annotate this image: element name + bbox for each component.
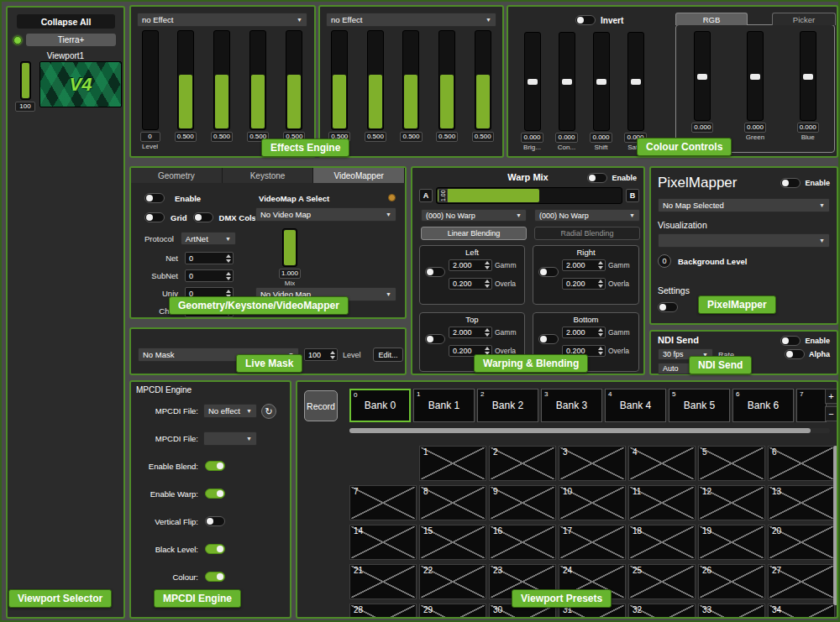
edge-enable-toggle[interactable]	[425, 267, 445, 277]
overlap-stepper[interactable]: 0.200	[562, 278, 606, 290]
level-slider[interactable]	[213, 30, 230, 130]
stepper-down-icon[interactable]	[598, 266, 603, 269]
effect-select-dropdown[interactable]: no Effect ▼	[326, 13, 496, 27]
level-slider[interactable]	[286, 30, 302, 130]
stepper-up-icon[interactable]	[226, 290, 231, 293]
preset-cell[interactable]: 33	[698, 604, 765, 619]
level-slider[interactable]	[177, 30, 194, 130]
stepper-up-icon[interactable]	[598, 347, 603, 350]
ndi-enable-toggle[interactable]	[780, 336, 801, 346]
tab-rgb[interactable]: RGB	[675, 13, 748, 25]
background-level-value[interactable]: 0	[658, 254, 671, 268]
gamma-stepper[interactable]: 2.000	[449, 259, 492, 271]
warp-b-button[interactable]: B	[626, 189, 639, 202]
preset-cell[interactable]: 15	[419, 525, 486, 560]
slider-thumb[interactable]	[562, 79, 572, 85]
preset-cell[interactable]: 1	[419, 446, 486, 481]
level-slider[interactable]	[559, 32, 575, 131]
preset-cell[interactable]: 27	[768, 564, 835, 599]
net-stepper[interactable]: 0	[185, 252, 234, 264]
level-slider[interactable]	[593, 32, 610, 131]
mpcdi-file-dropdown[interactable]: ▼	[203, 431, 257, 446]
stepper-up-icon[interactable]	[485, 261, 490, 264]
map-select-dropdown[interactable]: No Map Selected ▼	[658, 198, 830, 212]
stepper-up-icon[interactable]	[485, 347, 490, 350]
level-slider[interactable]	[524, 32, 541, 131]
stepper-down-icon[interactable]	[226, 277, 231, 280]
preset-cell[interactable]: 25	[628, 564, 696, 599]
preset-cell[interactable]: 20	[768, 525, 835, 560]
edge-enable-toggle[interactable]	[425, 334, 445, 344]
preset-cell[interactable]: 28	[349, 604, 417, 619]
level-slider[interactable]	[800, 31, 816, 121]
bank-tab-3[interactable]: 3Bank 3	[541, 389, 602, 422]
level-slider[interactable]	[475, 30, 491, 130]
slider-thumb[interactable]	[596, 79, 606, 85]
preset-cell[interactable]: 29	[419, 604, 486, 619]
collapse-all-button[interactable]: Collapse All	[17, 14, 115, 29]
black-level-toggle[interactable]	[205, 544, 225, 554]
level-slider[interactable]	[627, 32, 644, 131]
stepper-down-icon[interactable]	[226, 259, 231, 263]
preset-cell[interactable]: 5	[698, 446, 765, 481]
viewport-level-slider[interactable]	[20, 61, 31, 100]
preset-cell[interactable]: 17	[559, 525, 626, 560]
remove-bank-button[interactable]: −	[825, 406, 837, 421]
slider-thumb[interactable]	[528, 79, 538, 85]
refresh-button[interactable]: ↻	[261, 404, 276, 419]
edge-enable-toggle[interactable]	[538, 334, 559, 344]
warp-b-dropdown[interactable]: (000) No Warp ▼	[534, 209, 640, 222]
stepper-up-icon[interactable]	[485, 280, 490, 283]
preset-cell[interactable]: 22	[419, 564, 486, 599]
level-slider[interactable]	[367, 30, 384, 130]
alpha-toggle[interactable]	[785, 349, 805, 359]
preset-cell[interactable]: 34	[768, 604, 835, 619]
preset-cell[interactable]: 8	[419, 485, 486, 520]
enable-warp-toggle[interactable]	[205, 489, 225, 499]
stepper-up-icon[interactable]	[226, 272, 231, 275]
slider-thumb[interactable]	[803, 74, 813, 80]
stepper-down-icon[interactable]	[485, 285, 490, 288]
videomap-mix-slider[interactable]	[282, 228, 297, 267]
preset-cell[interactable]: 10	[559, 485, 626, 520]
scrollbar-thumb[interactable]	[349, 428, 811, 433]
preset-cell[interactable]: 2	[489, 446, 556, 481]
preset-cell[interactable]: 12	[698, 485, 765, 520]
level-slider[interactable]	[694, 31, 711, 121]
stepper-up-icon[interactable]	[226, 254, 231, 258]
preset-cell[interactable]: 32	[628, 604, 696, 619]
mpcdi-file-dropdown[interactable]: No effect▼	[203, 404, 257, 418]
gamma-stepper[interactable]: 2.000	[562, 327, 606, 338]
preset-cell[interactable]: 4	[628, 446, 696, 481]
level-slider[interactable]	[249, 30, 266, 130]
preset-cell[interactable]: 6	[768, 446, 835, 481]
visualization-dropdown[interactable]: ▼	[658, 233, 830, 248]
level-slider[interactable]	[142, 30, 159, 130]
mask-edit-button[interactable]: Edit...	[373, 348, 403, 362]
protocol-dropdown[interactable]: ArtNet ▼	[181, 232, 236, 245]
tab-picker[interactable]: Picker	[772, 13, 836, 25]
preset-cell[interactable]: 14	[349, 525, 417, 560]
viewport-item[interactable]: 100 V4	[15, 61, 122, 112]
warp-a-dropdown[interactable]: (000) No Warp ▼	[421, 209, 527, 222]
enable-blend-toggle[interactable]	[205, 461, 225, 471]
level-slider[interactable]	[438, 30, 455, 130]
grid-toggle[interactable]	[144, 212, 165, 222]
preset-cell[interactable]: 26	[698, 564, 765, 599]
level-slider[interactable]	[402, 30, 419, 130]
stepper-up-icon[interactable]	[330, 351, 335, 354]
stepper-down-icon[interactable]	[598, 333, 603, 337]
bank-tab-2[interactable]: 2Bank 2	[477, 389, 538, 422]
stepper-down-icon[interactable]	[485, 266, 490, 269]
tab-linear-blending[interactable]: Linear Blending	[421, 227, 527, 240]
preset-cell[interactable]: 7	[349, 485, 417, 520]
add-bank-button[interactable]: +	[825, 389, 837, 404]
preset-cell[interactable]: 11	[628, 485, 696, 520]
bank-tab-5[interactable]: 5Bank 5	[669, 389, 730, 422]
preset-cell[interactable]: 19	[698, 525, 765, 560]
bank-tab-0[interactable]: 0Bank 0	[349, 389, 411, 422]
stepper-down-icon[interactable]	[330, 356, 335, 359]
vertical-flip-toggle[interactable]	[205, 516, 225, 526]
tab-radial-blending[interactable]: Radial Blending	[534, 227, 640, 240]
presets-vertical-scrollbar[interactable]	[833, 446, 837, 605]
